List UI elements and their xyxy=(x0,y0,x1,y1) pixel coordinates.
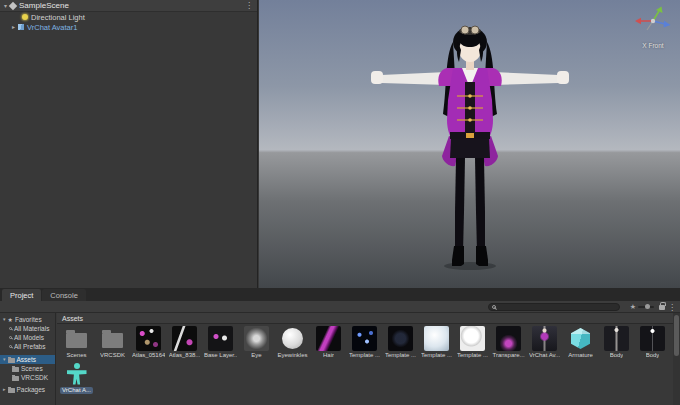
avatar-asset-icon xyxy=(67,363,87,385)
collapse-caret-icon[interactable]: ▸ xyxy=(12,24,15,30)
asset-label: Template ... xyxy=(385,352,416,359)
asset-label: VrChat A... xyxy=(60,387,93,394)
scene-viewport[interactable]: X Front xyxy=(259,0,680,288)
asset-thumbnail-icon xyxy=(136,326,161,351)
tab-console[interactable]: Console xyxy=(42,289,86,301)
tree-scenes[interactable]: Scenes xyxy=(0,364,55,373)
search-box[interactable] xyxy=(488,303,620,311)
asset-label: Scenes xyxy=(66,352,86,359)
hierarchy-item-directional-light[interactable]: Directional Light xyxy=(0,12,257,22)
asset-label: Body xyxy=(646,352,660,359)
asset-item[interactable]: Atlas_838... xyxy=(168,326,201,359)
scene-name: SampleScene xyxy=(19,1,242,10)
tree-vrcsdk[interactable]: VRCSDK xyxy=(0,373,55,382)
asset-thumbnail-icon xyxy=(640,326,665,351)
tree-label: All Prefabs xyxy=(14,343,45,350)
asset-item[interactable]: Body xyxy=(600,326,633,359)
asset-thumbnail-icon xyxy=(244,326,269,351)
asset-label: Base Layer... xyxy=(204,352,237,359)
tree-packages[interactable]: ▸ Packages xyxy=(0,385,55,394)
project-folder-tree: ▾ ★ Favorites All Materials All Models A… xyxy=(0,313,56,405)
asset-item[interactable]: Transpare... xyxy=(492,326,525,359)
tree-all-models[interactable]: All Models xyxy=(0,333,55,342)
light-icon xyxy=(22,14,28,20)
asset-item[interactable]: Base Layer... xyxy=(204,326,237,359)
asset-item[interactable]: Scenes xyxy=(60,326,93,359)
folder-icon xyxy=(8,358,15,363)
tab-project[interactable]: Project xyxy=(2,289,41,301)
search-input[interactable] xyxy=(498,304,616,311)
lock-icon[interactable] xyxy=(659,305,665,310)
search-filter-icon xyxy=(9,336,12,339)
asset-item[interactable]: Template ... xyxy=(348,326,381,359)
asset-thumbnail-icon xyxy=(532,326,557,351)
asset-item[interactable]: Eyewinkles xyxy=(276,326,309,359)
asset-item[interactable]: Template ... xyxy=(420,326,453,359)
slider-knob[interactable] xyxy=(645,304,650,309)
kebab-menu-icon[interactable]: ⋮ xyxy=(668,303,676,312)
asset-item[interactable]: Atlas_05164 xyxy=(132,326,165,359)
asset-thumbnail-icon xyxy=(352,326,377,351)
kebab-menu-icon[interactable]: ⋮ xyxy=(245,2,253,10)
bottom-tabbar: Project Console xyxy=(0,288,680,301)
folder-icon xyxy=(12,376,19,381)
hierarchy-item-label: Directional Light xyxy=(31,13,85,22)
tree-label: Scenes xyxy=(21,365,43,372)
expand-caret-icon[interactable]: ▾ xyxy=(4,3,7,9)
asset-label: VrChat Av... xyxy=(529,352,560,359)
tree-favorites[interactable]: ▾ ★ Favorites xyxy=(0,315,55,324)
asset-label: Body xyxy=(610,352,624,359)
asset-item[interactable]: VRCSDK xyxy=(96,326,129,359)
save-search-icon[interactable]: ★ xyxy=(630,303,636,311)
folder-icon xyxy=(12,367,19,372)
asset-row: Scenes VRCSDK Atlas_05164 Atlas_838... B… xyxy=(57,324,672,359)
collapse-caret-icon[interactable]: ▸ xyxy=(3,387,6,392)
hierarchy-item-vrchat-avatar[interactable]: ▸ VrChat Avatar1 xyxy=(0,22,257,32)
vertical-scrollbar[interactable] xyxy=(673,313,680,405)
unity-editor: ▾ SampleScene ⋮ Directional Light ▸ VrCh… xyxy=(0,0,680,405)
asset-label: Transpare... xyxy=(492,352,524,359)
asset-item[interactable]: Hair xyxy=(312,326,345,359)
tree-all-materials[interactable]: All Materials xyxy=(0,324,55,333)
asset-label: Hair xyxy=(323,352,334,359)
asset-grid: Scenes VRCSDK Atlas_05164 Atlas_838... B… xyxy=(57,324,672,405)
prefab-icon xyxy=(18,24,24,30)
thumbnail-size-slider[interactable] xyxy=(638,306,654,308)
search-icon xyxy=(492,305,496,309)
asset-item[interactable]: Template ... xyxy=(384,326,417,359)
scene-header-row[interactable]: ▾ SampleScene ⋮ xyxy=(0,0,257,12)
favorites-star-icon: ★ xyxy=(8,317,13,323)
asset-thumbnail-icon xyxy=(388,326,413,351)
tree-label: Packages xyxy=(17,386,46,393)
asset-thumbnail-icon xyxy=(208,326,233,351)
avatar-model[interactable] xyxy=(365,16,575,276)
asset-label: Template ... xyxy=(421,352,452,359)
asset-label: Armature xyxy=(568,352,593,359)
asset-item[interactable]: Eye xyxy=(240,326,273,359)
tree-all-prefabs[interactable]: All Prefabs xyxy=(0,342,55,351)
tree-label: Favorites xyxy=(15,316,42,323)
scrollbar-thumb[interactable] xyxy=(674,315,679,356)
expand-caret-icon[interactable]: ▾ xyxy=(3,357,6,362)
asset-item[interactable]: Template ... xyxy=(456,326,489,359)
search-filter-icon xyxy=(9,345,12,348)
asset-thumbnail-icon xyxy=(282,328,303,349)
asset-item[interactable]: Body xyxy=(636,326,669,359)
orientation-label[interactable]: X Front xyxy=(631,42,675,49)
tree-assets[interactable]: ▾ Assets xyxy=(0,355,55,364)
asset-label: Template ... xyxy=(457,352,488,359)
asset-item[interactable]: Armature xyxy=(564,326,597,359)
breadcrumb-label[interactable]: Assets xyxy=(62,315,83,322)
project-toolbar: ★ ⋮ xyxy=(0,301,680,313)
asset-thumbnail-icon xyxy=(172,326,197,351)
asset-item[interactable]: VrChat Av... xyxy=(528,326,561,359)
scene-orientation-gizmo[interactable]: X Front xyxy=(631,4,675,49)
asset-thumbnail-icon xyxy=(102,333,123,348)
unity-scene-icon xyxy=(9,1,17,9)
breadcrumb: Assets xyxy=(57,313,680,324)
tree-label: All Materials xyxy=(14,325,49,332)
expand-caret-icon[interactable]: ▾ xyxy=(3,317,6,322)
asset-item-selected[interactable]: VrChat A... xyxy=(60,361,93,394)
asset-label: Atlas_05164 xyxy=(132,352,165,359)
asset-thumbnail-icon xyxy=(571,328,590,349)
